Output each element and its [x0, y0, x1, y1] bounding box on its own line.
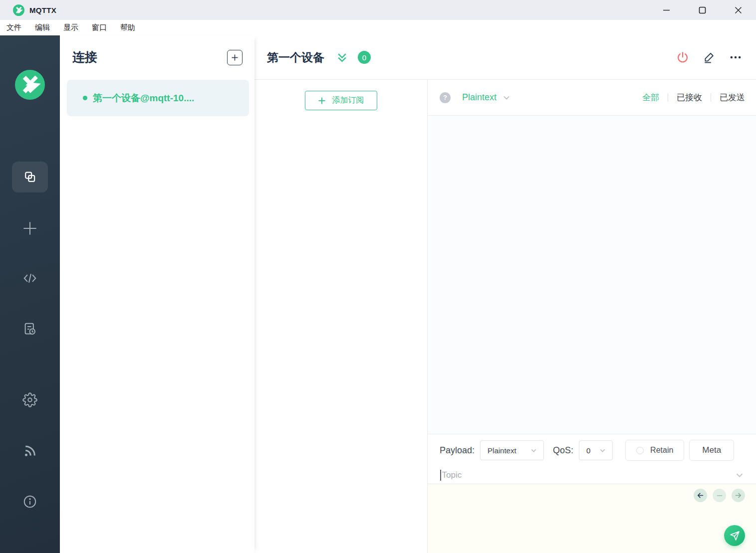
qos-label: QoS:	[553, 445, 573, 456]
send-button[interactable]	[724, 525, 745, 546]
publish-panel: Payload: Plaintext QoS: 0	[428, 434, 756, 553]
close-icon	[735, 6, 742, 14]
plus-square-icon	[231, 53, 239, 62]
sidebar-item-new-connection[interactable]	[20, 219, 39, 238]
payload-format-value: Plaintext	[488, 446, 516, 455]
menu-file[interactable]: 文件	[6, 23, 21, 32]
minimize-button[interactable]	[654, 1, 678, 18]
message-filters: 全部 已接收 已发送	[642, 92, 745, 103]
power-icon	[676, 51, 689, 64]
connections-icon	[22, 170, 37, 184]
payload-editor[interactable]	[428, 484, 756, 553]
filter-published[interactable]: 已发送	[720, 92, 745, 103]
disconnect-button[interactable]	[676, 51, 689, 64]
menu-bar: 文件 编辑 显示 窗口 帮助	[0, 20, 756, 35]
help-icon[interactable]: ?	[440, 92, 451, 103]
window-controls	[642, 1, 756, 18]
sidebar-item-settings[interactable]	[22, 392, 37, 407]
brand-logo-icon	[15, 70, 45, 100]
app-logo-icon	[13, 4, 24, 16]
gear-icon	[22, 392, 37, 407]
connections-panel: 连接 第一个设备@mqtt-10....	[60, 35, 254, 553]
app-body: 连接 第一个设备@mqtt-10.... 第一个设备 0	[0, 35, 756, 553]
window-title: MQTTX	[29, 6, 56, 14]
sidebar-item-feed[interactable]	[22, 443, 37, 458]
edit-connection-button[interactable]	[703, 51, 716, 64]
subscriptions-panel: 添加订阅	[254, 80, 428, 553]
connection-title: 第一个设备	[267, 50, 324, 65]
chevron-down-icon	[598, 446, 607, 455]
add-subscription-button[interactable]: 添加订阅	[305, 91, 377, 110]
plus-icon	[20, 219, 39, 238]
sidebar-item-connections[interactable]	[12, 162, 48, 192]
sidebar-item-about[interactable]	[22, 494, 37, 509]
history-back-button[interactable]	[694, 489, 707, 502]
filter-separator	[668, 93, 668, 102]
message-format-select[interactable]: Plaintext	[462, 92, 497, 103]
new-connection-button[interactable]	[227, 50, 243, 65]
ellipsis-icon	[729, 51, 742, 64]
retain-toggle[interactable]: Retain	[625, 440, 684, 461]
send-icon	[730, 531, 740, 541]
history-nav	[694, 489, 745, 502]
code-icon	[22, 271, 38, 286]
meta-button[interactable]: Meta	[689, 440, 734, 461]
menu-edit[interactable]: 编辑	[35, 23, 50, 32]
connections-header: 连接	[60, 35, 254, 65]
qos-select[interactable]: 0	[579, 440, 613, 460]
rss-icon	[22, 443, 37, 458]
close-button[interactable]	[726, 1, 750, 18]
messages-panel: ? Plaintext 全部 已接收 已发送	[428, 80, 756, 553]
connection-name: 第一个设备@mqtt-10....	[93, 92, 194, 105]
publish-controls: Payload: Plaintext QoS: 0	[428, 434, 756, 466]
retain-label: Retain	[650, 446, 673, 455]
payload-label: Payload:	[440, 445, 475, 456]
maximize-button[interactable]	[690, 1, 714, 18]
window-titlebar: MQTTX	[0, 0, 756, 20]
topic-row	[428, 466, 756, 484]
connections-title: 连接	[72, 49, 97, 65]
sidebar-item-log[interactable]	[22, 322, 37, 337]
connection-body: 添加订阅 ? Plaintext 全部 已接收	[254, 80, 756, 553]
message-filter-bar: ? Plaintext 全部 已接收 已发送	[428, 80, 756, 116]
chevron-down-icon	[529, 446, 538, 455]
main-sidebar	[0, 35, 60, 553]
filter-all[interactable]: 全部	[642, 92, 659, 103]
collapse-chevron-icon[interactable]	[336, 51, 348, 64]
main-panel: 第一个设备 0	[254, 35, 756, 553]
minimize-icon	[663, 6, 670, 14]
maximize-icon	[699, 6, 706, 14]
minus-icon	[716, 492, 723, 499]
log-icon	[22, 322, 37, 337]
payload-format-select[interactable]: Plaintext	[480, 440, 544, 460]
pencil-icon	[703, 51, 716, 64]
add-subscription-label: 添加订阅	[332, 95, 364, 106]
menu-window[interactable]: 窗口	[92, 23, 107, 32]
connection-actions	[676, 51, 742, 64]
menu-help[interactable]: 帮助	[120, 23, 135, 32]
connection-header: 第一个设备 0	[254, 35, 756, 80]
unread-count-badge: 0	[358, 51, 371, 64]
menu-view[interactable]: 显示	[63, 23, 78, 32]
app-window: MQTTX 文件 编辑 显示 窗口 帮助	[0, 0, 756, 553]
chevron-down-icon	[502, 93, 511, 103]
arrow-right-icon	[735, 492, 742, 499]
chevron-down-icon[interactable]	[734, 470, 745, 481]
history-clear-button[interactable]	[713, 489, 726, 502]
connection-list-item[interactable]: 第一个设备@mqtt-10....	[67, 80, 249, 116]
retain-radio-icon	[636, 447, 644, 454]
history-forward-button[interactable]	[732, 489, 745, 502]
arrow-left-icon	[697, 492, 704, 499]
plus-icon	[318, 97, 326, 105]
sidebar-item-script[interactable]	[22, 271, 38, 286]
connection-status-dot	[83, 96, 87, 100]
topic-input[interactable]	[441, 470, 735, 480]
info-icon	[22, 494, 37, 509]
filter-received[interactable]: 已接收	[677, 92, 702, 103]
message-list	[428, 116, 756, 434]
qos-value: 0	[586, 446, 590, 455]
more-options-button[interactable]	[729, 51, 742, 64]
filter-separator	[711, 93, 711, 102]
